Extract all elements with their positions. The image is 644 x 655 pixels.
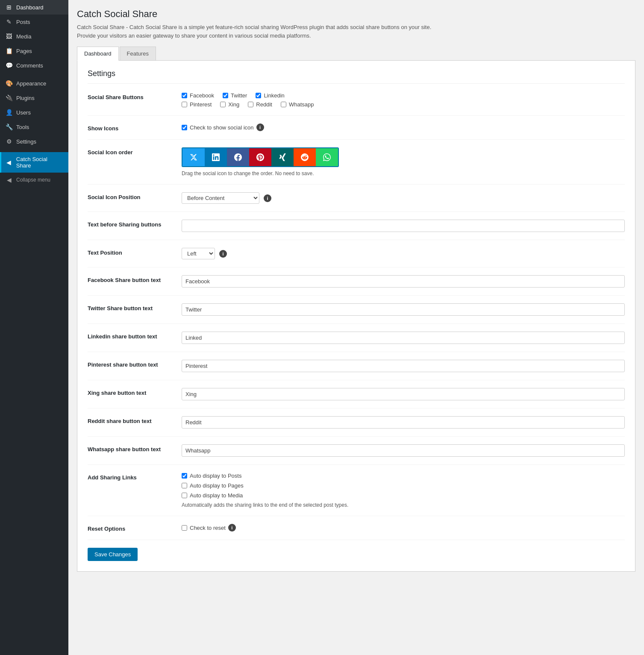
- reddit-text-label: Reddit share button text: [88, 416, 182, 424]
- social-icon-facebook[interactable]: [227, 148, 249, 166]
- reset-options-row: Reset Options Check to reset i: [88, 524, 625, 540]
- checkbox-reset[interactable]: [182, 525, 187, 531]
- checkbox-pinterest-row: Pinterest: [182, 101, 212, 108]
- pinterest-text-content: [182, 360, 625, 372]
- social-icon-position-wrap: Before Content After Content Before and …: [182, 192, 625, 204]
- twitter-text-label: Twitter Share button text: [88, 303, 182, 311]
- checkbox-reddit[interactable]: [248, 102, 253, 107]
- auto-display-media-label[interactable]: Auto display to Media: [190, 492, 243, 499]
- checkbox-xing-label[interactable]: Xing: [228, 101, 239, 108]
- tab-features[interactable]: Features: [120, 47, 156, 60]
- whatsapp-text-row: Whatsapp share button text: [88, 444, 625, 465]
- checkbox-auto-pages[interactable]: [182, 483, 187, 488]
- social-icon-position-info-icon[interactable]: i: [264, 194, 271, 202]
- sidebar-item-label: Catch Social Share: [16, 156, 63, 169]
- social-icon-xing[interactable]: [271, 148, 294, 166]
- sidebar-item-dashboard[interactable]: ⊞ Dashboard: [0, 0, 68, 15]
- twitter-text-input[interactable]: [182, 303, 625, 316]
- tabs-bar: Dashboard Features: [77, 47, 635, 61]
- checkbox-reddit-label[interactable]: Reddit: [256, 101, 272, 108]
- reset-info-icon[interactable]: i: [228, 524, 236, 532]
- checkbox-facebook[interactable]: [182, 93, 187, 98]
- checkbox-whatsapp-label[interactable]: Whatsapp: [289, 101, 314, 108]
- facebook-text-input[interactable]: [182, 275, 625, 288]
- social-share-buttons-group: Facebook Twitter Linkedin: [182, 92, 625, 99]
- sidebar-item-media[interactable]: 🖼 Media: [0, 29, 68, 44]
- xing-text-input[interactable]: [182, 388, 625, 400]
- social-share-buttons-row: Social Share Buttons Facebook Twitter: [88, 92, 625, 116]
- auto-display-posts-label[interactable]: Auto display to Posts: [190, 473, 241, 479]
- social-icon-order-row: Social Icon order: [88, 147, 625, 185]
- text-before-sharing-input[interactable]: [182, 220, 625, 232]
- social-icon-linkedin[interactable]: [205, 148, 227, 166]
- checkbox-linkedin[interactable]: [256, 93, 261, 98]
- sharing-links-helper: Automatically adds the sharing links to …: [182, 502, 625, 508]
- linkedin-text-input[interactable]: [182, 332, 625, 344]
- sidebar-item-pages[interactable]: 📋 Pages: [0, 44, 68, 58]
- checkbox-auto-media[interactable]: [182, 493, 187, 498]
- auto-display-media-row: Auto display to Media: [182, 492, 625, 499]
- social-icon-pinterest[interactable]: [249, 148, 271, 166]
- text-position-info-icon[interactable]: i: [219, 250, 227, 258]
- show-icons-info-icon[interactable]: i: [256, 123, 264, 131]
- reset-options-label: Reset Options: [88, 524, 182, 532]
- checkbox-pinterest-label[interactable]: Pinterest: [190, 101, 212, 108]
- add-sharing-links-content: Auto display to Posts Auto display to Pa…: [182, 473, 625, 508]
- social-icon-whatsapp[interactable]: [316, 148, 338, 166]
- sidebar-item-users[interactable]: 👤 Users: [0, 105, 68, 120]
- sidebar-item-label: Users: [16, 109, 31, 116]
- linkedin-text-label: Linkedin share button text: [88, 332, 182, 340]
- auto-display-pages-label[interactable]: Auto display to Pages: [190, 482, 244, 489]
- checkbox-twitter-label[interactable]: Twitter: [231, 92, 247, 99]
- pages-icon: 📋: [5, 47, 13, 54]
- sidebar-item-label: Tools: [16, 124, 29, 130]
- social-icon-position-label: Social Icon Position: [88, 192, 182, 200]
- media-icon: 🖼: [5, 33, 13, 40]
- checkbox-twitter[interactable]: [223, 93, 228, 98]
- social-share-buttons-group2: Pinterest Xing Reddit Whatsapp: [182, 101, 625, 108]
- page-description: Catch Social Share - Catch Social Share …: [77, 23, 449, 40]
- sidebar-item-plugins[interactable]: 🔌 Plugins: [0, 91, 68, 105]
- xing-text-label: Xing share button text: [88, 388, 182, 396]
- sidebar-item-tools[interactable]: 🔧 Tools: [0, 120, 68, 134]
- twitter-text-row: Twitter Share button text: [88, 303, 625, 324]
- tab-dashboard[interactable]: Dashboard: [77, 47, 119, 61]
- sidebar-item-catch-social-share[interactable]: ◀ Catch Social Share: [0, 152, 68, 173]
- catch-social-share-icon: ◀: [5, 159, 13, 166]
- social-icons-bar: [182, 147, 339, 167]
- social-icon-twitter[interactable]: [182, 148, 205, 166]
- checkbox-facebook-label[interactable]: Facebook: [190, 92, 214, 99]
- reset-checkbox-row: Check to reset i: [182, 524, 625, 532]
- checkbox-xing[interactable]: [220, 102, 226, 107]
- pinterest-text-input[interactable]: [182, 360, 625, 372]
- whatsapp-text-input[interactable]: [182, 444, 625, 457]
- checkbox-whatsapp[interactable]: [281, 102, 286, 107]
- show-icons-check-label[interactable]: Check to show social icon: [190, 124, 254, 131]
- text-before-sharing-label: Text before Sharing buttons: [88, 220, 182, 228]
- reddit-text-content: [182, 416, 625, 429]
- sidebar-item-collapse[interactable]: ◀ Collapse menu: [0, 173, 68, 187]
- reset-check-label[interactable]: Check to reset: [190, 525, 226, 531]
- checkbox-show-icons[interactable]: [182, 125, 187, 130]
- sidebar-item-settings[interactable]: ⚙ Settings: [0, 134, 68, 149]
- sidebar-item-label: Comments: [16, 62, 43, 69]
- social-icon-position-content: Before Content After Content Before and …: [182, 192, 625, 204]
- settings-title: Settings: [88, 69, 625, 84]
- sidebar: ⊞ Dashboard ✎ Posts 🖼 Media 📋 Pages 💬 Co…: [0, 0, 68, 655]
- checkbox-pinterest[interactable]: [182, 102, 187, 107]
- dashboard-icon: ⊞: [5, 4, 13, 11]
- checkbox-linkedin-label[interactable]: Linkedin: [264, 92, 284, 99]
- text-before-sharing-row: Text before Sharing buttons: [88, 220, 625, 240]
- linkedin-text-row: Linkedin share button text: [88, 332, 625, 352]
- checkbox-auto-posts[interactable]: [182, 473, 187, 479]
- social-icon-reddit[interactable]: [294, 148, 316, 166]
- save-changes-button[interactable]: Save Changes: [88, 548, 138, 561]
- sidebar-item-comments[interactable]: 💬 Comments: [0, 58, 68, 73]
- social-icon-order-content: Drag the social icon to change the order…: [182, 147, 625, 176]
- text-position-select[interactable]: Left Center Right: [182, 248, 215, 259]
- sidebar-item-appearance[interactable]: 🎨 Appearance: [0, 76, 68, 91]
- xing-text-row: Xing share button text: [88, 388, 625, 408]
- reddit-text-input[interactable]: [182, 416, 625, 429]
- social-icon-position-select[interactable]: Before Content After Content Before and …: [182, 192, 259, 204]
- sidebar-item-posts[interactable]: ✎ Posts: [0, 15, 68, 29]
